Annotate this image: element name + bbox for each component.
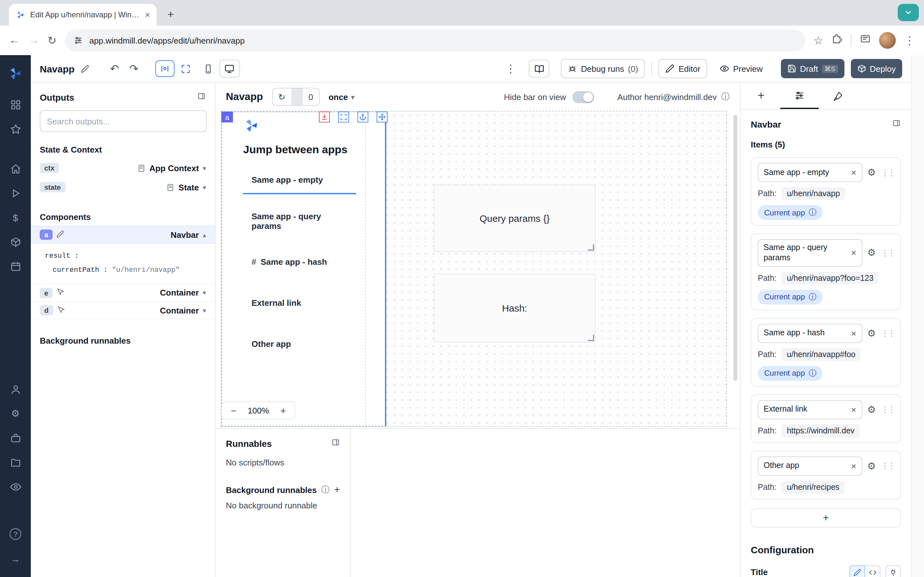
chevron-down-icon[interactable]: ▾ <box>203 289 206 296</box>
item-path[interactable]: u/henri/navapp#foo <box>782 348 861 361</box>
selected-navbar-column[interactable]: Jump between apps Same app - empty Same … <box>221 111 386 426</box>
drag-handle-icon[interactable]: ⋮⋮ <box>881 461 894 471</box>
item-settings-icon[interactable]: ⚙ <box>867 327 876 339</box>
favorites-icon[interactable] <box>5 118 26 140</box>
nav-link-same-app-hash[interactable]: #Same app - hash <box>243 252 356 272</box>
workers-icon[interactable] <box>5 427 26 449</box>
tab-insert-component[interactable]: + <box>742 83 780 109</box>
browser-tab[interactable]: Edit App u/henri/navapp | Windmill × <box>9 4 157 26</box>
editor-mode-button[interactable]: Editor <box>659 59 708 78</box>
tab-list-icon[interactable] <box>860 33 871 47</box>
undo-button[interactable]: ↶ <box>110 62 119 75</box>
component-row-navbar[interactable]: a Navbar ▴ <box>31 226 215 243</box>
extensions-icon[interactable] <box>832 33 843 47</box>
debug-runs-button[interactable]: Debug runs (0) <box>561 59 645 78</box>
item-settings-icon[interactable]: ⚙ <box>867 167 876 178</box>
item-path[interactable]: https://windmill.dev <box>782 424 859 437</box>
add-item-button[interactable]: + <box>751 508 901 527</box>
item-settings-icon[interactable]: ⚙ <box>867 247 876 259</box>
ctx-row[interactable]: ctx App Context ▾ <box>31 158 215 177</box>
audit-logs-icon[interactable] <box>5 476 26 498</box>
home-icon[interactable] <box>5 158 26 179</box>
forward-button[interactable]: → <box>28 34 39 47</box>
runs-icon[interactable] <box>5 182 26 204</box>
profile-avatar[interactable] <box>879 32 896 49</box>
clear-label-icon[interactable]: × <box>851 328 856 338</box>
docs-link-icon[interactable] <box>892 119 901 129</box>
query-params-component[interactable]: Query params {} <box>434 185 596 252</box>
drag-handle-icon[interactable]: ⋮⋮ <box>881 168 894 177</box>
hash-component[interactable]: Hash: <box>434 274 596 342</box>
refresh-mode-dropdown[interactable]: once ▾ <box>328 92 355 102</box>
edit-app-name-icon[interactable] <box>81 64 89 73</box>
component-alignment-button[interactable] <box>155 60 174 77</box>
windmill-logo[interactable] <box>5 63 26 85</box>
resources-icon[interactable] <box>5 231 26 253</box>
info-icon[interactable]: ⓘ <box>809 207 817 218</box>
mobile-view-icon[interactable] <box>203 64 213 73</box>
schedules-icon[interactable] <box>5 255 26 277</box>
item-label-input[interactable]: Same app - empty × <box>758 163 862 182</box>
panel-toggle-icon[interactable] <box>197 92 206 103</box>
drag-handle-icon[interactable]: ⋮⋮ <box>881 328 894 338</box>
help-icon[interactable]: ? <box>5 523 26 545</box>
desktop-view-button[interactable] <box>219 60 240 77</box>
clear-label-icon[interactable]: × <box>851 248 856 258</box>
item-label-input[interactable]: External link × <box>758 400 862 419</box>
tab-close-icon[interactable]: × <box>145 10 150 20</box>
chevron-down-icon[interactable]: ▾ <box>203 184 206 191</box>
apps-icon[interactable] <box>5 93 26 115</box>
chevron-down-icon[interactable]: ▾ <box>203 307 206 314</box>
anchor-component-button[interactable] <box>357 111 368 122</box>
info-icon[interactable]: ⓘ <box>809 292 817 302</box>
share-chevron-button[interactable] <box>898 4 919 21</box>
item-path[interactable]: u/henri/navapp?foo=123 <box>782 271 879 284</box>
component-row-container-e[interactable]: e Container ▾ <box>31 284 215 301</box>
reload-button[interactable]: ↻ <box>47 34 57 47</box>
item-label-input[interactable]: Same app - query params × <box>758 239 862 266</box>
clear-label-icon[interactable]: × <box>851 461 856 471</box>
fullscreen-icon[interactable] <box>181 64 190 73</box>
nav-link-external-link[interactable]: External link <box>243 293 356 313</box>
eval-input-mode-button[interactable] <box>865 565 880 577</box>
app-canvas[interactable]: Jump between apps Same app - empty Same … <box>216 111 740 428</box>
folders-icon[interactable] <box>5 451 26 473</box>
nav-link-other-app[interactable]: Other app <box>243 334 356 354</box>
back-button[interactable]: ← <box>9 34 20 47</box>
variables-icon[interactable]: $ <box>5 206 26 228</box>
settings-icon[interactable]: ⚙ <box>5 403 26 424</box>
chevron-down-icon[interactable]: ▾ <box>203 164 206 171</box>
panel-toggle-icon[interactable] <box>331 438 340 449</box>
expand-height-button[interactable] <box>319 111 330 122</box>
pencil-icon[interactable] <box>57 230 64 239</box>
refresh-icon[interactable]: ↻ <box>273 92 291 102</box>
drag-handle-icon[interactable]: ⋮⋮ <box>881 405 894 414</box>
address-bar[interactable]: app.windmill.dev/apps/edit/u/henri/navap… <box>65 29 805 51</box>
add-background-runnable-button[interactable]: + <box>334 484 340 496</box>
state-row[interactable]: state State ▾ <box>31 177 215 197</box>
refresh-control[interactable]: ↻ 0 <box>272 88 320 106</box>
item-path[interactable]: u/henri/recipes <box>782 480 845 493</box>
item-label-input[interactable]: Other app × <box>758 456 862 475</box>
search-outputs-input[interactable] <box>40 110 207 132</box>
collapse-sidebar-icon[interactable]: → <box>5 548 26 569</box>
item-path[interactable]: u/henri/navapp <box>782 187 845 200</box>
clear-label-icon[interactable]: × <box>851 404 856 414</box>
canvas-scrollbar[interactable] <box>733 115 737 381</box>
hide-bar-toggle[interactable] <box>572 91 594 103</box>
deploy-button[interactable]: Deploy <box>851 59 902 78</box>
static-input-mode-button[interactable] <box>850 565 865 577</box>
tab-component-settings[interactable] <box>780 83 819 109</box>
nav-link-same-app-query-params[interactable]: Same app - query params <box>243 211 356 231</box>
info-icon[interactable]: ⓘ <box>321 484 330 496</box>
item-settings-icon[interactable]: ⚙ <box>867 404 876 415</box>
tab-styling[interactable] <box>819 83 857 109</box>
canvas-page[interactable]: Jump between apps Same app - empty Same … <box>221 111 727 427</box>
site-settings-icon[interactable] <box>74 36 83 45</box>
drag-handle-icon[interactable]: ⋮⋮ <box>881 248 894 258</box>
item-label-input[interactable]: Same app - hash × <box>758 324 862 343</box>
bookmark-star-icon[interactable]: ☆ <box>814 34 824 47</box>
new-tab-button[interactable]: + <box>162 6 180 24</box>
page-scrollbar[interactable] <box>911 55 924 577</box>
zoom-out-button[interactable]: − <box>222 405 245 416</box>
